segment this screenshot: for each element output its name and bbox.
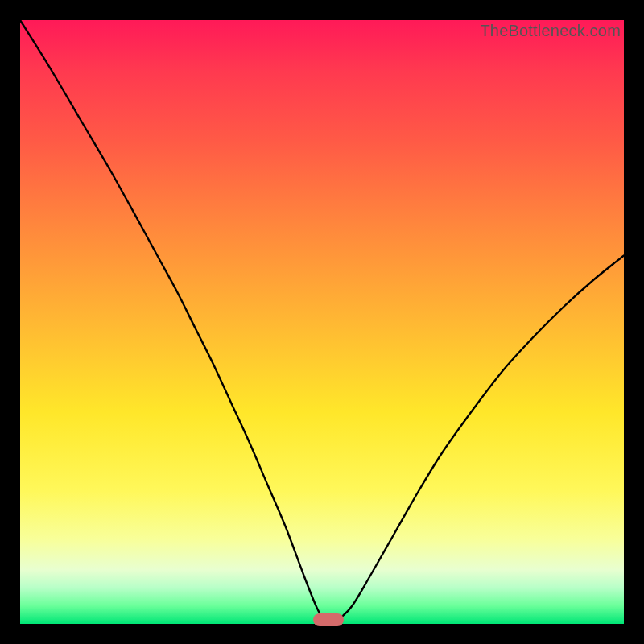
- chart-frame: TheBottleneck.com: [0, 0, 644, 644]
- minimum-marker: [313, 613, 344, 626]
- bottleneck-curve: [20, 20, 624, 624]
- plot-area: TheBottleneck.com: [20, 20, 624, 624]
